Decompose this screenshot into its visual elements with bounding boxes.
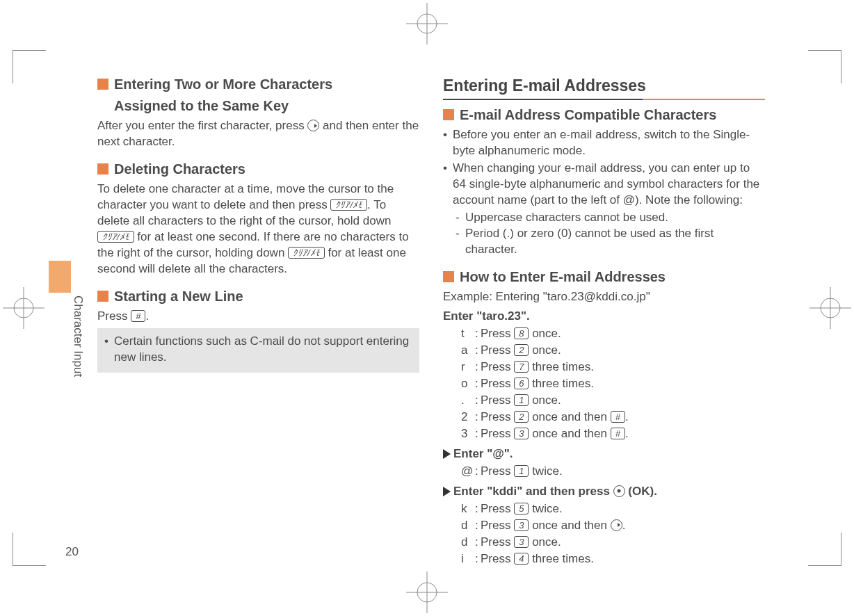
text: (OK). — [625, 485, 657, 498]
section-label: Character Input — [71, 295, 85, 377]
text: Press — [97, 309, 131, 323]
colon: : — [475, 326, 481, 342]
heading-enter-two: Entering Two or More Characters — [97, 75, 419, 94]
arrow-right-icon — [443, 449, 451, 459]
colon: : — [475, 464, 481, 480]
key-sequence-row: 3:Press 3 once and then #. — [443, 426, 765, 442]
colon: : — [475, 426, 481, 442]
number-key-icon: 3 — [514, 536, 529, 548]
step-heading: Enter "kddi" and then press (OK). — [443, 484, 765, 500]
registration-mark — [406, 572, 448, 613]
instruction: Press 8 once. — [481, 326, 561, 342]
char-label: o — [461, 376, 475, 392]
clear-key-icon: ｸﾘｱ/ﾒﾓ — [97, 231, 134, 243]
char-label: i — [461, 551, 475, 567]
body-text: After you enter the first character, pre… — [97, 118, 419, 150]
instruction: Press 2 once. — [481, 343, 561, 359]
heading-text: How to Enter E-mail Addresses — [460, 269, 666, 284]
square-bullet-icon — [97, 79, 108, 90]
number-key-icon: 2 — [514, 344, 529, 356]
registration-mark — [809, 287, 851, 329]
number-key-icon: 5 — [514, 503, 529, 514]
number-key-icon: 7 — [514, 361, 529, 373]
text: Enter "kddi" and then press — [453, 485, 613, 498]
instruction: Press 3 once and then #. — [481, 426, 629, 442]
section-tab — [49, 261, 71, 293]
instruction: Press 1 twice. — [481, 464, 563, 480]
key-sequence-list: t:Press 8 once.a:Press 2 once.r:Press 7 … — [443, 326, 765, 442]
heading-newline: Starting a New Line — [97, 287, 419, 306]
instruction: Press 1 once. — [481, 393, 561, 409]
body-text: To delete one character at a time, move … — [97, 181, 419, 277]
char-label: r — [461, 359, 475, 375]
key-sequence-row: k:Press 5 twice. — [443, 501, 765, 517]
example-text: Example: Entering "taro.23@kddi.co.jp" — [443, 289, 765, 305]
square-bullet-icon — [443, 109, 454, 120]
heading-text: Entering Two or More Characters — [114, 76, 332, 92]
heading-entering-email: Entering E-mail Addresses — [443, 75, 765, 100]
char-label: d — [461, 535, 475, 551]
heading-how-to-enter: How to Enter E-mail Addresses — [443, 268, 765, 286]
page-number: 20 — [65, 545, 79, 559]
dash-icon: - — [456, 226, 465, 258]
content-area: Entering Two or More Characters Assigned… — [97, 75, 765, 562]
number-key-icon: 1 — [514, 394, 529, 406]
text: . — [145, 309, 149, 323]
hash-key-icon: # — [131, 310, 145, 322]
key-sequence-list: k:Press 5 twice.d:Press 3 once and then … — [443, 501, 765, 567]
arrow-right-icon — [443, 487, 451, 496]
key-sequence-row: @:Press 1 twice. — [443, 464, 765, 480]
key-sequence-row: 2:Press 2 once and then #. — [443, 410, 765, 425]
square-bullet-icon — [97, 163, 108, 175]
char-label: . — [461, 393, 475, 409]
heading-compat-chars: E-mail Address Compatible Characters — [443, 106, 765, 124]
key-sequence-row: .:Press 1 once. — [443, 393, 765, 409]
center-key-icon — [613, 485, 625, 497]
page: Character Input 20 Entering Two or More … — [0, 0, 854, 616]
bullet-icon: • — [443, 161, 453, 209]
char-label: 3 — [461, 426, 475, 442]
char-label: 2 — [461, 410, 475, 425]
key-sequence-row: r:Press 7 three times. — [443, 359, 765, 375]
text: When changing your e-mail address, you c… — [453, 161, 765, 209]
char-label: @ — [461, 464, 475, 480]
step-heading: Enter "taro.23". — [443, 309, 765, 325]
instruction: Press 7 three times. — [481, 359, 594, 375]
instruction: Press 3 once and then . — [481, 518, 625, 534]
right-arrow-icon — [307, 120, 319, 131]
note-text: Certain functions such as C-mail do not … — [114, 334, 412, 366]
right-arrow-icon — [611, 519, 622, 531]
number-key-icon: 3 — [514, 519, 529, 531]
bullet-icon: • — [104, 334, 114, 366]
key-sequence-row: d:Press 3 once. — [443, 535, 765, 551]
bullet-icon: • — [443, 127, 453, 159]
char-label: d — [461, 518, 475, 534]
instruction: Press 5 twice. — [481, 501, 563, 517]
instruction: Press 6 three times. — [481, 376, 594, 392]
colon: : — [475, 551, 481, 567]
heading-deleting: Deleting Characters — [97, 160, 419, 179]
dash-icon: - — [456, 210, 465, 226]
key-sequence-row: a:Press 2 once. — [443, 343, 765, 359]
colon: : — [475, 343, 481, 359]
heading-text: Deleting Characters — [114, 161, 245, 177]
square-bullet-icon — [443, 271, 454, 282]
body-text: Press #. — [97, 309, 419, 325]
instruction: Press 2 once and then #. — [481, 410, 629, 425]
text: After you enter the first character, pre… — [97, 119, 307, 132]
colon: : — [475, 535, 481, 551]
char-label: k — [461, 501, 475, 517]
number-key-icon: 8 — [514, 327, 529, 339]
crop-mark — [13, 533, 46, 566]
instruction: Press 4 three times. — [481, 551, 594, 567]
key-sequence-row: i:Press 4 three times. — [443, 551, 765, 567]
heading-enter-two-l2: Assigned to the Same Key — [97, 97, 419, 115]
registration-mark — [3, 287, 45, 329]
text: Uppercase characters cannot be used. — [465, 210, 668, 226]
number-key-icon: 1 — [514, 465, 529, 477]
body-text: •Before you enter an e-mail address, swi… — [443, 127, 765, 258]
char-label: t — [461, 326, 475, 342]
crop-mark — [808, 533, 841, 566]
colon: : — [475, 393, 481, 409]
hash-key-icon: # — [611, 411, 625, 423]
